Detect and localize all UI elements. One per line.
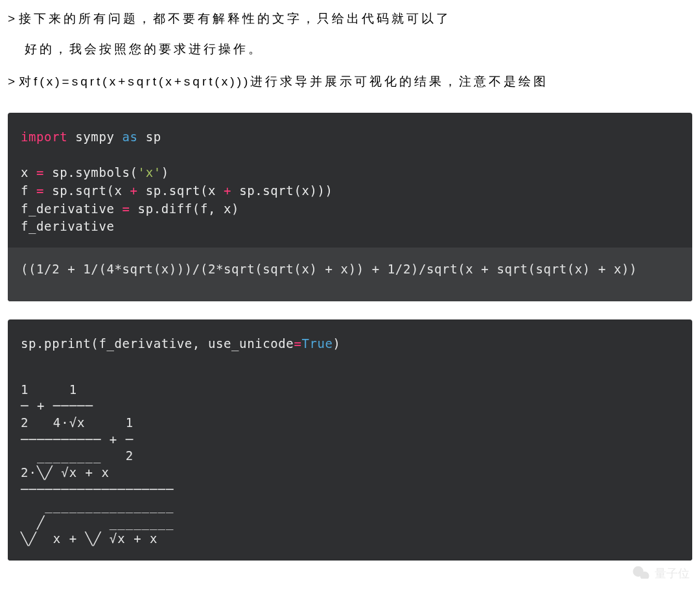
- code-output: ((1/2 + 1/(4*sqrt(x)))/(2*sqrt(sqrt(x) +…: [8, 248, 692, 302]
- code-cell-2: sp.pprint(f_derivative, use_unicode=True…: [8, 319, 692, 561]
- svg-point-1: [640, 572, 649, 579]
- svg-point-0: [633, 566, 644, 577]
- watermark-text: 量子位: [655, 566, 690, 579]
- prompt-marker: >: [8, 72, 15, 91]
- prompt-text: 接下来的所有问题，都不要有解释性的文字，只给出代码就可以了: [19, 9, 451, 28]
- user-prompt-2: > 对f(x)=sqrt(x+sqrt(x+sqrt(x)))进行求导并展示可视…: [8, 72, 687, 91]
- assistant-reply-1: 好的，我会按照您的要求进行操作。: [25, 40, 687, 58]
- code-output: 1 1 ─ + ───── 2 4·√x 1 ────────── + ─ __…: [8, 365, 692, 561]
- code-cell-1: import sympy as sp x = sp.symbols('x') f…: [8, 113, 692, 301]
- prompt-marker: >: [8, 9, 15, 28]
- chat-transcript: > 接下来的所有问题，都不要有解释性的文字，只给出代码就可以了 好的，我会按照您…: [0, 0, 700, 113]
- user-prompt-1: > 接下来的所有问题，都不要有解释性的文字，只给出代码就可以了: [8, 9, 687, 28]
- code-block: import sympy as sp x = sp.symbols('x') f…: [8, 113, 692, 247]
- prompt-text: 对f(x)=sqrt(x+sqrt(x+sqrt(x)))进行求导并展示可视化的…: [19, 72, 548, 91]
- code-block: sp.pprint(f_derivative, use_unicode=True…: [8, 319, 692, 365]
- wechat-icon: [631, 564, 651, 579]
